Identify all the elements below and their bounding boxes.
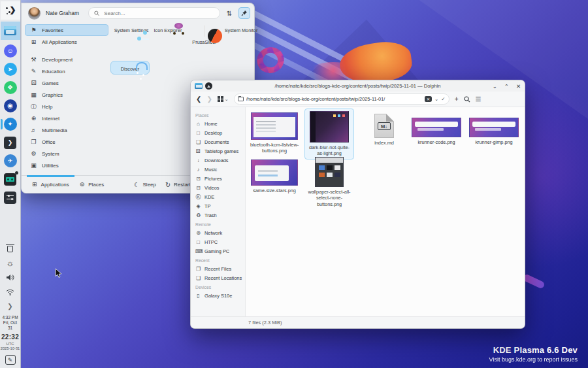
sidebar-item-help[interactable]: ⓘ Help	[25, 101, 108, 112]
app-launcher-button[interactable]: ❯	[1, 1, 20, 20]
sidebar-item-label: Education	[42, 69, 65, 75]
place-trash[interactable]: ♻Trash	[195, 210, 245, 220]
task-navy-app[interactable]: ◉	[1, 97, 20, 115]
location-bar[interactable]: /home/nate/kde/src/blogs-kde-org/content…	[234, 93, 449, 105]
place-music[interactable]: ♪Music	[195, 165, 245, 174]
sidebar-item-utilities[interactable]: ▣ Utilities	[25, 159, 108, 171]
places-section-header: Recent	[195, 258, 245, 263]
clock-local-date2: 31	[2, 326, 18, 331]
titlebar[interactable]: /home/nate/kde/src/blogs-kde-org/content…	[191, 80, 525, 92]
task-green-chat-app[interactable]: ❖	[1, 78, 20, 97]
volume-tray[interactable]	[1, 271, 20, 284]
sidebar-item-system[interactable]: ⚙ System	[25, 148, 108, 159]
pin-button[interactable]	[238, 7, 250, 19]
file-name: wallpaper-select-all-select-none-buttons…	[306, 189, 353, 207]
clock-utc-zone: UTC	[1, 342, 20, 346]
place-kde[interactable]: ⓀKDE	[195, 192, 245, 201]
location-path: /home/nate/kde/src/blogs-kde-org/content…	[246, 96, 422, 102]
back-button[interactable]: ❮	[196, 95, 201, 103]
telegram-icon: ➤	[4, 63, 17, 76]
tab-places[interactable]: ⊚ Places	[74, 176, 110, 193]
task-discord[interactable]: ☺	[1, 42, 20, 60]
task-dolphin[interactable]	[1, 22, 20, 40]
place-network[interactable]: ⊚Network	[195, 228, 245, 237]
task-telegram[interactable]: ➤	[1, 60, 20, 78]
sidebar-item-favorites[interactable]: ⚑ Favorites	[25, 24, 108, 36]
file-thumbnail	[251, 112, 298, 140]
file-same-size-stars[interactable]: same-size-stars.png	[248, 159, 301, 193]
accept-location-button[interactable]: ✓	[441, 96, 445, 102]
tray-expander[interactable]: ❯	[1, 300, 20, 313]
app-discover[interactable]: Discover	[110, 61, 150, 75]
app-icon-explorer[interactable]: Icon Explorer	[150, 25, 186, 33]
brightness-tray[interactable]: ☼	[1, 257, 20, 270]
task-cassette-app[interactable]	[1, 170, 20, 188]
minimize-button[interactable]: ⌄	[493, 83, 497, 90]
user-avatar[interactable]	[28, 7, 41, 20]
sort-button[interactable]: ⇅	[223, 7, 235, 19]
maximize-button[interactable]: ⌃	[504, 83, 509, 90]
task-itinerary[interactable]: ✈	[1, 152, 20, 170]
search-input[interactable]	[103, 10, 214, 17]
place-tp[interactable]: ◈TP	[195, 201, 245, 210]
app-prusaslicer[interactable]: PrusaSlicer	[186, 25, 223, 45]
app-system-settings[interactable]: System Settings	[113, 25, 150, 33]
place-home[interactable]: ⌂Home	[195, 119, 245, 128]
sidebar-item-multimedia[interactable]: ♬ Multimedia	[25, 124, 108, 136]
desktop: KDE Plasma 6.6 Dev Visit bugs.kde.org to…	[0, 0, 588, 368]
clear-location-button[interactable]: ✕	[425, 96, 432, 102]
place-htpc[interactable]: □HTPC	[195, 237, 245, 246]
compass-icon: ⊚	[80, 181, 85, 188]
file-bluetooth-kcm[interactable]: bluetooth-kcm-listview-buttons.png	[248, 112, 301, 154]
forward-button[interactable]: ❯	[206, 95, 212, 103]
place-gaming-pc[interactable]: ⌨Gaming PC	[195, 246, 245, 256]
file-krunner-gimp[interactable]: krunner-gimp.png	[466, 118, 521, 145]
bookmark-icon: ⚑	[30, 27, 37, 33]
close-button[interactable]: ✕	[516, 83, 521, 90]
sidebar-item-all-applications[interactable]: ⊞ All Applications	[25, 36, 108, 48]
restart-button[interactable]: ↻ Restart	[165, 181, 191, 188]
file-dark-blur-selected[interactable]: dark-blur-not-quite-as-light.png	[304, 109, 354, 159]
place-downloads[interactable]: ↓Downloads	[195, 156, 245, 165]
tab-applications[interactable]: ⊞ Applications	[27, 176, 74, 193]
panel-edit-button[interactable]: ✎	[5, 355, 16, 365]
action-label: Restart	[174, 182, 191, 188]
sidebar-item-internet[interactable]: ⊕ Internet	[25, 112, 108, 124]
task-settings-app[interactable]	[1, 188, 20, 207]
place-recent-files[interactable]: ❐Recent Files	[195, 264, 245, 273]
watermark-subtitle: Visit bugs.kde.org to report issues	[489, 356, 578, 363]
split-view-button[interactable]: +	[455, 95, 459, 103]
location-history-button[interactable]: ⌄	[434, 96, 438, 102]
clock-local[interactable]: 4:32 PM Fri, Oct 31	[2, 315, 18, 331]
sidebar-item-office[interactable]: ❐ Office	[25, 136, 108, 148]
file-krunner-code[interactable]: krunner-code.png	[409, 118, 464, 145]
sidebar-item-games[interactable]: ⚄ Games	[25, 77, 108, 89]
place-documents[interactable]: ❏Documents	[195, 137, 245, 146]
place-desktop[interactable]: □Desktop	[195, 128, 245, 137]
trash-tray[interactable]	[1, 243, 20, 256]
network-tray[interactable]	[1, 286, 20, 299]
file-view[interactable]: bluetooth-kcm-listview-buttons.png dark-…	[246, 107, 525, 316]
sidebar-item-education[interactable]: ✎ Education	[25, 65, 108, 77]
file-wallpaper-select[interactable]: wallpaper-select-all-select-none-buttons…	[306, 157, 353, 207]
place-videos[interactable]: ⊟Videos	[195, 183, 245, 192]
sleep-button[interactable]: ☾ Sleep	[134, 181, 156, 188]
gear-icon: ⚙	[30, 150, 37, 157]
task-blue-browser-app[interactable]: ✦	[1, 115, 20, 133]
place-recent-locations[interactable]: ❏Recent Locations	[195, 273, 245, 282]
search-button[interactable]	[464, 93, 470, 105]
device-galaxy-s10e[interactable]: ▯Galaxy S10e	[195, 291, 245, 300]
sidebar-item-graphics[interactable]: ▦ Graphics	[25, 89, 108, 101]
view-mode-button[interactable]: ⌄	[218, 96, 229, 102]
prusaslicer-icon	[204, 25, 205, 37]
task-konsole[interactable]: ❯	[1, 133, 20, 152]
kickoff-search[interactable]	[88, 7, 220, 19]
file-index-md[interactable]: M↓ index.md	[363, 114, 405, 146]
hamburger-menu-button[interactable]: ☰	[476, 95, 482, 103]
file-name: krunner-gimp.png	[466, 139, 521, 145]
clock-utc[interactable]: 22:32 UTC 2025-10-31	[1, 333, 20, 351]
sidebar-item-development[interactable]: ⚒ Development	[25, 54, 108, 65]
place-tabletop-games[interactable]: ⚄Tabletop games	[195, 146, 245, 156]
place-pictures[interactable]: ⊡Pictures	[195, 174, 245, 183]
app-system-monitor[interactable]: System Monitor	[223, 25, 259, 33]
